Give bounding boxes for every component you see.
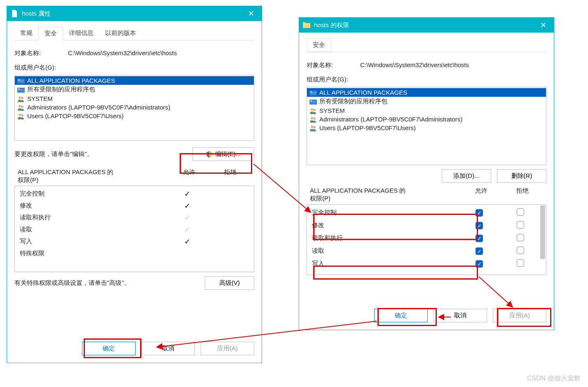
list-item[interactable]: 所有受限制的应用程序包 bbox=[307, 97, 546, 106]
permissions-table: 完全控制✓修改✓读取和执行✓读取✓写入✓ bbox=[307, 204, 546, 275]
tab-details[interactable]: 详细信息 bbox=[63, 27, 99, 40]
allow-header: 允许 bbox=[461, 187, 502, 203]
deny-checkbox[interactable] bbox=[517, 208, 524, 216]
cancel-button[interactable]: 取消 bbox=[433, 309, 487, 322]
allow-checkbox[interactable]: ✓ bbox=[476, 222, 483, 229]
svg-rect-2 bbox=[18, 81, 24, 81]
svg-point-18 bbox=[311, 108, 313, 111]
allow-header: 允许 bbox=[169, 168, 210, 184]
tab-security[interactable]: 安全 bbox=[307, 38, 331, 52]
watermark: CSDN @烛火萤辉 bbox=[527, 374, 581, 383]
ok-button[interactable]: 确定 bbox=[374, 309, 428, 322]
svg-point-11 bbox=[21, 114, 23, 117]
add-button[interactable]: 添加(D)... bbox=[442, 169, 491, 183]
svg-point-9 bbox=[21, 105, 23, 108]
permission-row: 读取✓ bbox=[307, 245, 546, 257]
close-icon[interactable]: ✕ bbox=[244, 6, 258, 21]
svg-point-8 bbox=[19, 105, 21, 107]
edit-hint: 要更改权限，请单击"编辑"。 bbox=[14, 150, 192, 158]
cancel-button[interactable]: 取消 bbox=[141, 342, 195, 355]
svg-point-10 bbox=[19, 114, 21, 116]
permission-row: 读取和执行✓ bbox=[15, 212, 254, 224]
apply-button[interactable]: 应用(A) bbox=[493, 309, 546, 322]
scrollbar-thumb[interactable] bbox=[540, 205, 545, 259]
deny-header: 拒绝 bbox=[502, 187, 543, 203]
list-item[interactable]: SYSTEM bbox=[15, 94, 254, 103]
edit-button[interactable]: 编辑(E)... bbox=[192, 147, 254, 161]
titlebar: hosts 的权限 ✕ bbox=[299, 18, 554, 33]
svg-rect-4 bbox=[18, 89, 20, 89]
object-name-value: C:\Windows\System32\drivers\etc\hosts bbox=[360, 61, 469, 69]
list-item[interactable]: Administrators (LAPTOP-9BV5C0F7\Administ… bbox=[15, 103, 254, 112]
groups-listbox[interactable]: ALL APPLICATION PACKAGES所有受限制的应用程序包SYSTE… bbox=[307, 87, 546, 165]
svg-rect-13 bbox=[310, 91, 312, 92]
shield-icon bbox=[206, 151, 213, 158]
svg-point-6 bbox=[19, 96, 21, 99]
permissions-table: 完全控制✓修改✓读取和执行✓读取✓写入✓特殊权限 bbox=[14, 186, 254, 272]
object-name-label: 对象名称: bbox=[14, 49, 68, 57]
tab-general[interactable]: 常规 bbox=[14, 27, 38, 40]
perm-title1: ALL APPLICATION PACKAGES 的 bbox=[18, 168, 169, 176]
tab-security[interactable]: 安全 bbox=[38, 27, 63, 40]
svg-point-20 bbox=[311, 117, 313, 119]
deny-header: 拒绝 bbox=[210, 168, 251, 184]
file-icon bbox=[10, 9, 19, 18]
groups-listbox[interactable]: ALL APPLICATION PACKAGES所有受限制的应用程序包SYSTE… bbox=[14, 75, 254, 141]
allow-checkbox[interactable]: ✓ bbox=[476, 247, 483, 255]
list-item[interactable]: ALL APPLICATION PACKAGES bbox=[15, 76, 254, 85]
list-item[interactable]: 所有受限制的应用程序包 bbox=[15, 85, 254, 94]
svg-point-21 bbox=[313, 117, 316, 120]
title-text: hosts 属性 bbox=[22, 10, 51, 18]
list-item[interactable]: Users (LAPTOP-9BV5C0F7\Users) bbox=[15, 112, 254, 120]
remove-button[interactable]: 删除(R) bbox=[497, 169, 546, 183]
svg-point-23 bbox=[313, 126, 316, 128]
permission-row: 读取✓ bbox=[15, 224, 254, 235]
perm-title2: 权限(P) bbox=[310, 195, 461, 203]
edit-button-label: 编辑(E)... bbox=[215, 150, 241, 158]
close-icon[interactable]: ✕ bbox=[536, 18, 551, 33]
permission-row: 修改✓ bbox=[15, 200, 254, 212]
hosts-permissions-dialog: hosts 的权限 ✕ 安全 对象名称: C:\Windows\System32… bbox=[299, 17, 554, 330]
ok-button[interactable]: 确定 bbox=[82, 342, 136, 355]
svg-rect-16 bbox=[310, 100, 312, 101]
groups-label: 组或用户名(G): bbox=[307, 76, 546, 84]
tab-previous[interactable]: 以前的版本 bbox=[99, 27, 142, 40]
tabs: 常规 安全 详细信息 以前的版本 bbox=[14, 27, 254, 40]
perm-title2: 权限(P) bbox=[18, 176, 169, 184]
svg-point-19 bbox=[313, 109, 316, 111]
permission-row: 写入✓ bbox=[15, 235, 254, 247]
folder-icon bbox=[302, 21, 311, 29]
svg-rect-5 bbox=[18, 90, 24, 90]
svg-rect-17 bbox=[310, 102, 316, 102]
list-item[interactable]: SYSTEM bbox=[307, 106, 546, 115]
advanced-hint: 有关特殊权限或高级设置，请单击"高级"。 bbox=[14, 279, 205, 287]
perm-title1: ALL APPLICATION PACKAGES 的 bbox=[310, 187, 461, 195]
allow-checkbox[interactable]: ✓ bbox=[476, 260, 483, 268]
list-item[interactable]: Users (LAPTOP-9BV5C0F7\Users) bbox=[307, 124, 546, 132]
object-name-value: C:\Windows\System32\drivers\etc\hosts bbox=[68, 49, 177, 57]
permission-row: 完全控制✓ bbox=[307, 206, 546, 219]
permission-row: 特殊权限 bbox=[15, 247, 254, 259]
titlebar: hosts 属性 ✕ bbox=[7, 6, 262, 21]
deny-checkbox[interactable] bbox=[517, 234, 524, 241]
tabs: 安全 bbox=[307, 38, 546, 52]
list-item[interactable]: ALL APPLICATION PACKAGES bbox=[307, 88, 546, 97]
deny-checkbox[interactable] bbox=[517, 259, 524, 267]
groups-label: 组或用户名(G): bbox=[14, 64, 254, 72]
svg-point-22 bbox=[311, 126, 313, 128]
list-item[interactable]: Administrators (LAPTOP-9BV5C0F7\Administ… bbox=[307, 115, 546, 124]
permission-row: 写入✓ bbox=[307, 257, 546, 270]
advanced-button[interactable]: 高级(V) bbox=[205, 276, 254, 290]
object-name-label: 对象名称: bbox=[307, 61, 360, 69]
permission-row: 完全控制✓ bbox=[15, 188, 254, 200]
hosts-properties-dialog: hosts 属性 ✕ 常规 安全 详细信息 以前的版本 对象名称: C:\Win… bbox=[7, 6, 262, 363]
title-text: hosts 的权限 bbox=[314, 21, 349, 29]
deny-checkbox[interactable] bbox=[517, 247, 524, 254]
deny-checkbox[interactable] bbox=[517, 221, 524, 228]
allow-checkbox[interactable]: ✓ bbox=[476, 209, 483, 217]
allow-checkbox[interactable]: ✓ bbox=[476, 235, 483, 242]
svg-point-7 bbox=[21, 97, 23, 99]
apply-button[interactable]: 应用(A) bbox=[201, 342, 254, 355]
svg-rect-1 bbox=[18, 79, 20, 80]
permission-row: 读取和执行✓ bbox=[307, 232, 546, 245]
